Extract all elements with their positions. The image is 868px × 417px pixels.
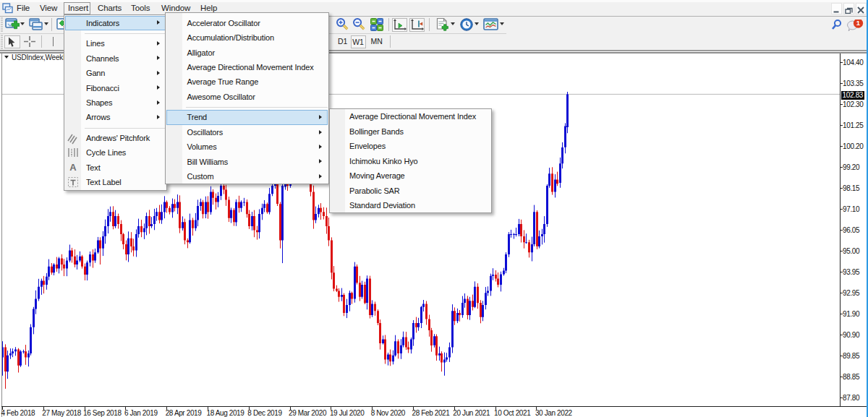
svg-text:1: 1 [856, 20, 861, 27]
